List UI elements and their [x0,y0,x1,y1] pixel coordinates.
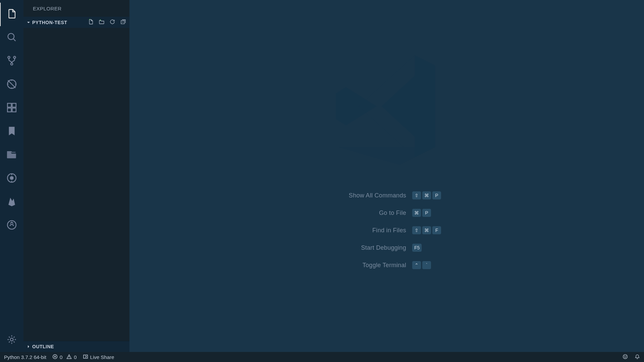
activity-gitlens[interactable] [0,167,23,190]
vscode-logo [323,43,450,171]
status-bar: Python 3.7.2 64-bit 0 0 Live Share [0,352,644,362]
main-layout: EXPLORER PYTHON-TEST [0,0,644,352]
svg-point-17 [624,356,625,356]
key: ` [422,261,431,269]
activity-source-control[interactable] [0,50,23,73]
files-icon [6,8,17,21]
gitlens-icon [6,172,17,185]
svg-rect-5 [7,103,11,107]
activity-explorer[interactable] [0,3,23,26]
status-notifications[interactable] [635,354,640,360]
cmd-label: Toggle Terminal [332,262,406,269]
cmd-label: Find in Files [332,227,406,234]
svg-rect-7 [12,108,16,112]
liveshare-label: Live Share [90,354,114,360]
warning-icon [66,354,72,360]
key: ⌘ [422,191,431,199]
new-folder-button[interactable] [99,19,105,26]
cmd-go-to-file: Go to File ⌘ P [332,209,441,217]
activity-project[interactable] [0,143,23,167]
file-tree[interactable] [23,28,129,341]
sidebar: EXPLORER PYTHON-TEST [23,0,129,352]
folder-multiple-icon [6,149,17,162]
folder-name: PYTHON-TEST [32,20,86,25]
key: F5 [412,244,422,252]
extensions-icon [6,102,17,115]
firebase-icon [6,196,17,208]
error-icon [52,354,58,360]
sidebar-title: EXPLORER [23,0,129,17]
activity-settings[interactable] [0,328,23,352]
folder-actions [88,19,126,26]
cmd-start-debugging: Start Debugging F5 [332,244,441,252]
cmd-label: Start Debugging [332,244,406,251]
status-python-label: Python 3.7.2 64-bit [4,354,46,360]
key: P [432,191,441,199]
cmd-toggle-terminal: Toggle Terminal ⌃ ` [332,261,441,269]
key: ⇧ [412,226,421,234]
activity-bar [0,0,23,352]
cmd-show-all-commands: Show All Commands ⇧ ⌘ P [332,191,441,199]
key: F [432,226,441,234]
svg-point-2 [13,56,15,58]
chevron-down-icon [27,21,30,24]
chevron-right-icon [27,344,30,349]
svg-point-0 [8,34,14,40]
cmd-label: Show All Commands [332,192,406,199]
debug-icon [6,78,17,91]
activity-search[interactable] [0,26,23,50]
key: ⌘ [422,226,431,234]
search-icon [6,32,17,44]
outline-label: OUTLINE [32,344,54,349]
bookmark-icon [6,125,17,138]
status-liveshare[interactable]: Live Share [83,354,114,360]
new-file-button[interactable] [88,19,94,26]
status-problems[interactable]: 0 0 [52,354,77,360]
cmd-find-in-files: Find in Files ⇧ ⌘ F [332,226,441,234]
status-python-interpreter[interactable]: Python 3.7.2 64-bit [4,354,46,360]
bell-icon [635,354,640,360]
status-feedback[interactable] [623,354,628,360]
activity-debug[interactable] [0,73,23,97]
activity-liveshare[interactable] [0,214,23,237]
svg-point-12 [10,338,13,341]
activity-bookmarks[interactable] [0,120,23,143]
gear-icon [6,334,17,346]
svg-point-16 [623,354,628,359]
svg-point-1 [8,56,10,58]
editor-area: Show All Commands ⇧ ⌘ P Go to File ⌘ P F [129,0,644,352]
warning-count: 0 [74,354,76,360]
key: ⌃ [412,261,421,269]
key: P [422,209,431,217]
svg-point-3 [11,63,13,65]
cmd-label: Go to File [332,209,406,217]
git-branch-icon [6,55,17,68]
svg-rect-6 [7,108,11,112]
smiley-icon [623,354,628,360]
key: ⇧ [412,191,421,199]
refresh-button[interactable] [109,19,115,26]
folder-header[interactable]: PYTHON-TEST [23,17,129,28]
liveshare-icon [83,354,88,360]
key: ⌘ [412,209,421,217]
error-count: 0 [60,354,62,360]
share-icon [6,219,17,232]
outline-header[interactable]: OUTLINE [23,341,129,352]
svg-point-10 [10,177,13,180]
collapse-all-button[interactable] [120,19,126,26]
activity-extensions[interactable] [0,97,23,120]
svg-point-18 [626,356,626,356]
welcome-panel: Show All Commands ⇧ ⌘ P Go to File ⌘ P F [323,43,450,269]
activity-firebase[interactable] [0,190,23,214]
svg-rect-8 [12,103,16,107]
welcome-commands: Show All Commands ⇧ ⌘ P Go to File ⌘ P F [332,191,441,269]
